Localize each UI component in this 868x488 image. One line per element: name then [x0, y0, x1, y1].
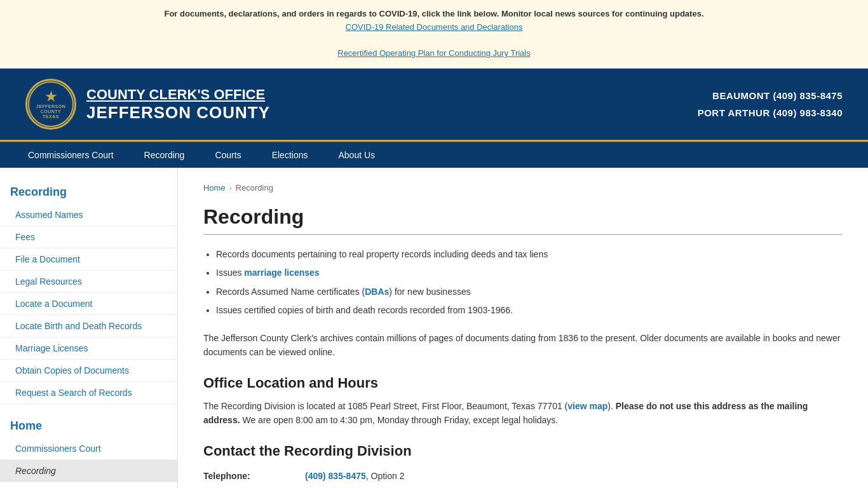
list-item: Records documents pertaining to real pro… — [216, 247, 843, 262]
sidebar-file-document[interactable]: File a Document — [0, 248, 177, 271]
contact-phone-link[interactable]: (409) 835-8475 — [305, 471, 366, 481]
marriage-licenses-link[interactable]: marriage licenses — [244, 268, 319, 278]
table-row: Telephone: (409) 835-8475, Option 2 — [203, 467, 843, 485]
list-item: Fees — [0, 226, 177, 248]
content-paragraph1: The Jefferson County Clerk's archives co… — [203, 331, 843, 360]
list-item: Assumed Names — [0, 204, 177, 226]
main-nav: Commissioners Court Recording Courts Ele… — [0, 142, 868, 168]
bullet3-suffix: ) for new businesses — [389, 287, 470, 297]
sidebar-obtain-copies[interactable]: Obtain Copies of Documents — [0, 360, 177, 382]
breadcrumb-separator: › — [229, 184, 232, 193]
nav-recording[interactable]: Recording — [129, 142, 200, 168]
bullet2-prefix: Issues — [216, 268, 244, 278]
sidebar-commissioners-court[interactable]: Commissioners Court — [0, 438, 177, 460]
list-item: Recording — [0, 460, 177, 482]
list-item: Records Assumed Name certificates (DBAs)… — [216, 284, 843, 300]
list-item: Request a Search of Records — [0, 382, 177, 404]
main-content: Home › Recording Recording Records docum… — [178, 168, 868, 488]
sidebar-section-home-title: Home — [0, 414, 177, 438]
nav-courts[interactable]: Courts — [200, 142, 256, 168]
county-seal: ★ JEFFERSONCOUNTYTEXAS — [25, 79, 76, 130]
covid-link[interactable]: COVID-19 Related Documents and Declarati… — [346, 22, 523, 32]
header-title: COUNTY CLERK'S OFFICE JEFFERSON COUNTY — [86, 86, 270, 123]
page-title: Recording — [203, 205, 843, 229]
section1-title: Office Location and Hours — [203, 375, 843, 391]
list-item: Issues certified copies of birth and dea… — [216, 302, 843, 318]
list-item: Obtain Copies of Documents — [0, 360, 177, 382]
phone-beaumont: BEAUMONT (409) 835-8475 — [698, 87, 843, 104]
sidebar-assumed-names[interactable]: Assumed Names — [0, 204, 177, 226]
bullet1-text: Records documents pertaining to real pro… — [216, 249, 548, 259]
section1-hours: We are open 8:00 am to 4:30 pm, Monday t… — [240, 415, 559, 425]
dbas-link[interactable]: DBAs — [365, 287, 389, 297]
contact-table: Telephone: (409) 835-8475, Option 2 — [203, 467, 843, 485]
section2-title: Contact the Recording Division — [203, 443, 843, 459]
jury-trials-link[interactable]: Recertified Operating Plan for Conductin… — [337, 48, 530, 58]
alert-message: For documents, declarations, and orders … — [164, 9, 703, 18]
sidebar-locate-birth-death[interactable]: Locate Birth and Death Records — [0, 315, 177, 337]
phone-port-arthur: PORT ARTHUR (409) 983-8340 — [698, 104, 843, 121]
sidebar-section-recording-title: Recording — [0, 180, 177, 204]
page-layout: Recording Assumed Names Fees File a Docu… — [0, 168, 868, 488]
sidebar-fees[interactable]: Fees — [0, 226, 177, 248]
county-name: JEFFERSON COUNTY — [86, 103, 270, 123]
sidebar-nav-recording: Assumed Names Fees File a Document Legal… — [0, 204, 177, 404]
nav-about-us[interactable]: About Us — [323, 142, 390, 168]
nav-elections[interactable]: Elections — [257, 142, 323, 168]
list-item: Locate Birth and Death Records — [0, 315, 177, 337]
contact-label: Telephone: — [203, 467, 305, 485]
list-item: Locate a Document — [0, 293, 177, 315]
content-bullets: Records documents pertaining to real pro… — [216, 247, 843, 318]
header-contact: BEAUMONT (409) 835-8475 PORT ARTHUR (409… — [698, 87, 843, 121]
alert-banner: For documents, declarations, and orders … — [0, 0, 868, 69]
contact-phone-suffix: , Option 2 — [366, 471, 405, 481]
list-item: Issues marriage licenses — [216, 265, 843, 281]
sidebar-request-search[interactable]: Request a Search of Records — [0, 382, 177, 404]
site-header: ★ JEFFERSONCOUNTYTEXAS COUNTY CLERK'S OF… — [0, 69, 868, 142]
sidebar-legal-resources[interactable]: Legal Resources — [0, 271, 177, 293]
sidebar-recording-active[interactable]: Recording — [0, 460, 177, 482]
title-divider — [203, 234, 843, 235]
bullet3-prefix: Records Assumed Name certificates ( — [216, 287, 365, 297]
section1-para-prefix: The Recording Division is located at 108… — [203, 401, 567, 411]
sidebar-marriage-licenses[interactable]: Marriage Licenses — [0, 337, 177, 360]
list-item: File a Document — [0, 248, 177, 271]
list-item: Legal Resources — [0, 271, 177, 293]
section1-paragraph: The Recording Division is located at 108… — [203, 399, 843, 428]
bullet4-text: Issues certified copies of birth and dea… — [216, 305, 513, 315]
header-left: ★ JEFFERSONCOUNTYTEXAS COUNTY CLERK'S OF… — [25, 79, 270, 130]
list-item: Commissioners Court — [0, 438, 177, 460]
sidebar-nav-home: Commissioners Court Recording — [0, 438, 177, 482]
section1-para-suffix: ). — [607, 401, 615, 411]
seal-star-icon: ★ — [45, 89, 57, 104]
sidebar: Recording Assumed Names Fees File a Docu… — [0, 168, 178, 488]
list-item: Marriage Licenses — [0, 337, 177, 360]
seal-inner: ★ JEFFERSONCOUNTYTEXAS — [28, 81, 74, 127]
breadcrumb: Home › Recording — [203, 183, 843, 193]
nav-commissioners-court[interactable]: Commissioners Court — [13, 142, 129, 168]
breadcrumb-home[interactable]: Home — [203, 183, 226, 193]
view-map-link[interactable]: view map — [567, 401, 607, 411]
sidebar-locate-document[interactable]: Locate a Document — [0, 293, 177, 315]
seal-text: JEFFERSONCOUNTYTEXAS — [36, 104, 66, 120]
office-name: COUNTY CLERK'S OFFICE — [86, 86, 270, 103]
contact-value: (409) 835-8475, Option 2 — [305, 467, 843, 485]
breadcrumb-current: Recording — [236, 183, 273, 193]
